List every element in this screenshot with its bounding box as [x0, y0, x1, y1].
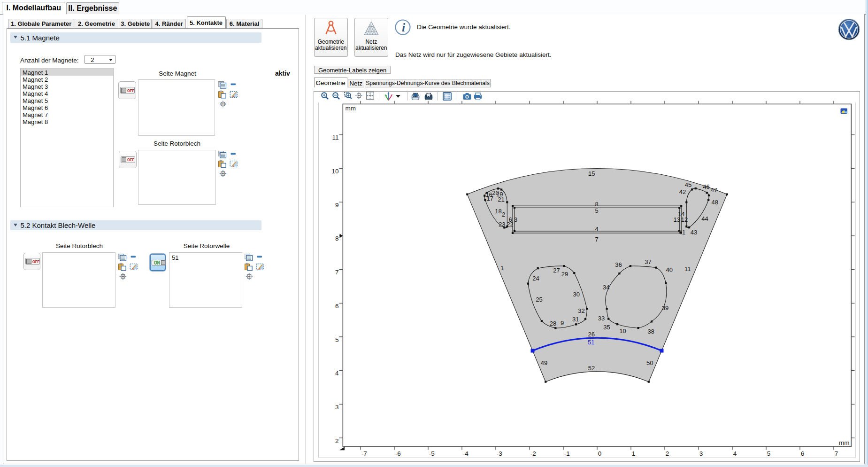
svg-text:40: 40	[666, 266, 673, 273]
svg-text:7: 7	[335, 269, 339, 276]
svg-text:4: 4	[335, 370, 339, 377]
svg-text:22: 22	[507, 221, 513, 228]
svg-text:45: 45	[685, 181, 691, 188]
svg-text:-4: -4	[463, 450, 469, 457]
svg-text:38: 38	[648, 328, 654, 335]
svg-text:5: 5	[595, 207, 598, 214]
svg-text:34: 34	[603, 284, 609, 291]
svg-text:4: 4	[595, 226, 598, 233]
svg-text:9: 9	[561, 319, 564, 327]
svg-text:-7: -7	[361, 450, 367, 457]
svg-text:36: 36	[615, 261, 622, 268]
svg-text:9: 9	[335, 202, 339, 209]
svg-text:24: 24	[532, 275, 539, 282]
svg-text:2: 2	[335, 437, 339, 444]
svg-text:46: 46	[703, 183, 709, 190]
svg-text:48: 48	[711, 199, 718, 206]
svg-text:23: 23	[499, 221, 505, 228]
svg-text:2: 2	[666, 450, 669, 457]
svg-text:1: 1	[500, 265, 504, 272]
svg-text:49: 49	[541, 359, 547, 366]
svg-text:18: 18	[495, 208, 501, 215]
svg-text:26: 26	[588, 331, 595, 338]
svg-text:8: 8	[335, 235, 339, 242]
svg-text:mm: mm	[346, 105, 356, 112]
svg-text:51: 51	[588, 339, 594, 346]
svg-text:7: 7	[595, 236, 598, 243]
svg-text:43: 43	[691, 229, 697, 236]
svg-text:39: 39	[662, 304, 668, 311]
svg-text:-6: -6	[395, 450, 401, 457]
svg-text:6: 6	[801, 450, 805, 457]
svg-text:10: 10	[619, 327, 626, 335]
svg-text:52: 52	[588, 365, 595, 372]
svg-text:27: 27	[553, 267, 560, 274]
svg-text:12: 12	[681, 216, 688, 223]
svg-text:50: 50	[646, 359, 653, 366]
svg-text:33: 33	[598, 315, 605, 322]
svg-text:5: 5	[767, 450, 771, 457]
svg-text:32: 32	[578, 307, 584, 314]
svg-text:25: 25	[536, 296, 542, 303]
svg-text:4: 4	[733, 450, 737, 457]
svg-text:i: i	[402, 21, 406, 34]
svg-text:-2: -2	[530, 450, 536, 457]
svg-text:11: 11	[684, 265, 691, 272]
svg-text:6: 6	[335, 303, 339, 310]
svg-text:47: 47	[711, 187, 717, 194]
svg-text:7: 7	[835, 450, 838, 457]
svg-text:42: 42	[679, 188, 686, 195]
svg-text:35: 35	[603, 324, 610, 331]
svg-text:21: 21	[498, 196, 504, 203]
svg-text:31: 31	[572, 316, 579, 323]
svg-text:2: 2	[502, 211, 505, 218]
svg-text:30: 30	[573, 291, 580, 298]
svg-text:15: 15	[588, 170, 595, 177]
svg-text:-1: -1	[564, 450, 570, 457]
svg-text:11: 11	[332, 134, 338, 141]
svg-text:3: 3	[335, 404, 339, 411]
svg-text:17: 17	[487, 195, 493, 202]
svg-text:-3: -3	[497, 450, 502, 457]
svg-text:29: 29	[561, 271, 568, 278]
svg-text:44: 44	[701, 215, 708, 222]
svg-text:3: 3	[514, 216, 517, 223]
svg-text:41: 41	[679, 229, 685, 236]
svg-text:28: 28	[550, 320, 556, 327]
svg-text:-5: -5	[429, 450, 435, 457]
svg-text:37: 37	[645, 258, 651, 265]
svg-text:10: 10	[331, 168, 338, 175]
svg-text:5: 5	[335, 336, 339, 343]
svg-text:13: 13	[673, 216, 680, 223]
svg-text:mm: mm	[839, 439, 850, 446]
svg-text:0: 0	[598, 450, 602, 457]
svg-text:3: 3	[699, 450, 703, 457]
svg-text:1: 1	[632, 450, 636, 457]
